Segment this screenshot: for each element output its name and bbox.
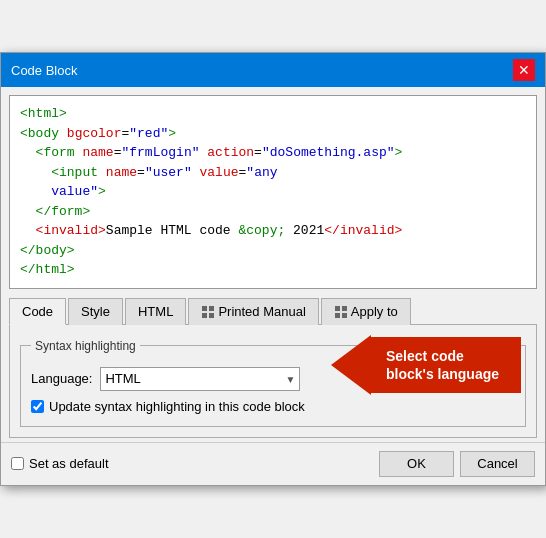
callout-text: Select code block's language (371, 337, 521, 393)
tab-printed-manual[interactable]: Printed Manual (188, 298, 318, 325)
ok-button[interactable]: OK (379, 451, 454, 477)
svg-rect-3 (209, 313, 214, 318)
title-bar: Code Block ✕ (1, 53, 545, 87)
cancel-button[interactable]: Cancel (460, 451, 535, 477)
tab-label: Apply to (351, 304, 398, 319)
set-default-label: Set as default (29, 456, 109, 471)
tab-icon (201, 304, 218, 319)
code-block-dialog: Code Block ✕ <html><body bgcolor="red"> … (0, 52, 546, 486)
svg-rect-7 (342, 313, 347, 318)
tab-code[interactable]: Code (9, 298, 66, 325)
language-label: Language: (31, 371, 92, 386)
svg-rect-6 (335, 313, 340, 318)
tabs-row: CodeStyleHTMLPrinted ManualApply to (9, 297, 537, 325)
code-preview-area: <html><body bgcolor="red"> <form name="f… (9, 95, 537, 289)
svg-rect-1 (209, 306, 214, 311)
arrow-shape (331, 335, 371, 395)
svg-rect-5 (342, 306, 347, 311)
bottom-bar: Set as default OK Cancel (1, 442, 545, 485)
tab-html[interactable]: HTML (125, 298, 186, 325)
callout-arrow: Select code block's language (331, 335, 521, 395)
language-select[interactable]: HTMLCSSJavaScriptPHPPythonNone (100, 367, 300, 391)
tab-icon (334, 304, 351, 319)
tab-label: Style (81, 304, 110, 319)
update-syntax-row: Update syntax highlighting in this code … (31, 399, 515, 414)
tab-apply-to[interactable]: Apply to (321, 298, 411, 325)
close-button[interactable]: ✕ (513, 59, 535, 81)
language-select-wrapper: HTMLCSSJavaScriptPHPPythonNone (100, 367, 300, 391)
dialog-title: Code Block (11, 63, 77, 78)
set-default-checkbox[interactable] (11, 457, 24, 470)
svg-rect-4 (335, 306, 340, 311)
tab-label: HTML (138, 304, 173, 319)
tab-label: Printed Manual (218, 304, 305, 319)
tab-label: Code (22, 304, 53, 319)
set-default-row: Set as default (11, 456, 109, 471)
tab-style[interactable]: Style (68, 298, 123, 325)
update-syntax-checkbox[interactable] (31, 400, 44, 413)
syntax-highlighting-legend: Syntax highlighting (31, 339, 140, 353)
svg-rect-2 (202, 313, 207, 318)
update-syntax-label: Update syntax highlighting in this code … (49, 399, 305, 414)
svg-rect-0 (202, 306, 207, 311)
bottom-buttons: OK Cancel (379, 451, 535, 477)
tab-content-panel: Syntax highlighting Language: HTMLCSSJav… (9, 325, 537, 438)
